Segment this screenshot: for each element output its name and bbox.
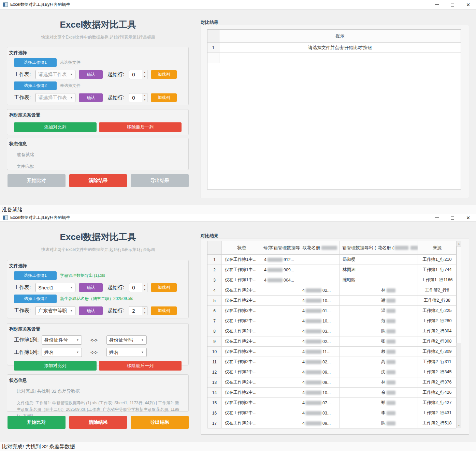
sheet2-select[interactable]: 广东省中等职 ▼ (35, 306, 75, 315)
confirm-sheet1-button[interactable]: 确认 (79, 283, 103, 292)
scroll-up-icon[interactable]: ▲ (457, 241, 461, 246)
add-compare-column-button[interactable]: 添加对比列 (14, 361, 97, 371)
chevron-down-icon: ▼ (141, 351, 144, 354)
table-row[interactable]: 14仅在工作簿2中...410...余工作簿2_行426 (207, 388, 456, 398)
load-columns1-button[interactable]: 加载列 (151, 70, 177, 79)
map-left-select-2[interactable]: 姓名 ▼ (42, 348, 82, 357)
table-row[interactable]: 1仅在工作簿1中...4912...郑淑樱工作簿1_行210 (207, 255, 456, 265)
close-button[interactable]: ✕ (460, 1, 476, 9)
select-workbook2-button[interactable]: 选择工作簿2 (14, 81, 57, 90)
table-row[interactable]: 16仅在工作簿2中...403...李工作簿2_行431 (207, 408, 456, 418)
select-workbook1-button[interactable]: 选择工作簿1 (14, 58, 57, 67)
row-number: 16 (207, 408, 222, 418)
spinner-down-icon[interactable]: ▼ (142, 98, 147, 102)
spinner-up-icon[interactable]: ▲ (142, 306, 147, 311)
table-row[interactable]: 17仅在工作簿2中...409...陈工作簿2_行518 (207, 418, 456, 429)
start-compare-button[interactable]: 开始比对 (8, 174, 66, 187)
export-results-button[interactable]: 导出结果 (131, 174, 189, 187)
table-row[interactable]: 15仅在工作簿2中...407...郑工作簿2_行427 (207, 398, 456, 408)
table-row[interactable]: 10仅在工作簿2中...411...赖工作簿2_行309 (207, 347, 456, 357)
table-row[interactable]: 5仅在工作簿2中...410...谢工作簿2_行38 (207, 296, 456, 306)
select-workbook1-button[interactable]: 选择工作簿1 (14, 271, 57, 280)
redacted-text (387, 309, 395, 313)
spinner-up-icon[interactable]: ▲ (142, 70, 147, 75)
clear-results-button[interactable]: 清除结果 (69, 416, 127, 429)
name-workbook2-cell: 陈 (378, 418, 418, 428)
start-row2-stepper[interactable]: 2 ▲ ▼ (129, 306, 147, 315)
redacted-text (395, 246, 408, 250)
hint-column-header: 提示 (219, 30, 461, 42)
id-workbook2-cell: 409... (300, 377, 340, 387)
status-cell: 仅在工作簿2中... (222, 398, 262, 408)
status-cell: 仅在工作簿2中... (222, 377, 262, 387)
spinner-up-icon[interactable]: ▲ (142, 283, 147, 288)
close-button[interactable]: ✕ (460, 214, 476, 222)
load-columns2-button[interactable]: 加载列 (151, 93, 177, 102)
maximize-button[interactable] (445, 1, 460, 9)
table-row[interactable]: 2仅在工作簿1中...4909...林雨湘工作簿1_行744 (207, 265, 456, 275)
id-workbook1-cell: 4912... (262, 255, 300, 265)
map-right-select-2[interactable]: 姓名 ▼ (106, 348, 147, 357)
row-number: 15 (207, 398, 222, 408)
titlebar[interactable]: Excel数据对比工具By狂奔的蜗牛 ✕ (0, 0, 476, 10)
group-label: 状态信息 (9, 141, 182, 147)
sheet1-select[interactable]: 请选择工作表 ▼ (35, 70, 75, 79)
status-cell: 仅在工作簿1中... (222, 265, 262, 275)
scroll-down-icon[interactable]: ▼ (457, 423, 461, 428)
source-cell: 工作簿2_行8 (418, 285, 456, 295)
sheet1-select[interactable]: Sheet1 ▼ (35, 283, 75, 292)
table-row[interactable]: 4仅在工作簿2中...402...林工作簿2_行8 (207, 285, 456, 296)
group-label: 文件选择 (9, 50, 182, 56)
spinner-down-icon[interactable]: ▼ (142, 75, 147, 79)
name-workbook1-cell (340, 357, 378, 367)
name-workbook1-cell (340, 408, 378, 418)
vertical-scrollbar[interactable]: ▲ ▼ (456, 241, 461, 428)
name-workbook2-cell: 范 (378, 316, 418, 326)
table-row[interactable]: 12仅在工作簿2中...409...沈工作簿2_行345 (207, 367, 456, 377)
start-row2-stepper[interactable]: 0 ▲ ▼ (129, 93, 147, 102)
window-title: Excel数据对比工具By狂奔的蜗牛 (10, 2, 70, 7)
table-row[interactable]: 6仅在工作簿2中...401...温工作簿2_行225 (207, 306, 456, 316)
sheet2-select[interactable]: 请选择工作表 ▼ (35, 93, 75, 102)
spinner-down-icon[interactable]: ▼ (142, 311, 147, 315)
table-row[interactable]: 13仅在工作簿2中...409...林工作簿2_行376 (207, 377, 456, 388)
spinner-up-icon[interactable]: ▲ (142, 93, 147, 98)
scrollbar-thumb[interactable] (457, 246, 461, 343)
table-row[interactable]: 8仅在工作簿2中...403...陈工作簿2_行304 (207, 326, 456, 336)
minimize-button[interactable] (429, 1, 445, 9)
remove-last-column-button[interactable]: 移除最后一列 (99, 361, 182, 371)
confirm-sheet2-button[interactable]: 确认 (79, 93, 103, 102)
table-row[interactable]: 1 请选择文件并点击'开始比对'按钮 (207, 43, 461, 53)
load-columns2-button[interactable]: 加载列 (151, 306, 177, 315)
row-number: 6 (207, 306, 222, 316)
start-row1-stepper[interactable]: 0 ▲ ▼ (129, 70, 147, 79)
select-workbook2-button[interactable]: 选择工作簿2 (14, 295, 57, 303)
map-right-select-1[interactable]: 身份证号码 ▼ (106, 335, 147, 345)
table-row[interactable]: 11仅在工作簿2中...402...高工作簿2_行311 (207, 357, 456, 367)
export-results-button[interactable]: 导出结果 (131, 416, 189, 429)
maximize-button[interactable] (445, 214, 460, 222)
name-workbook1-cell (340, 347, 378, 357)
row-number: 11 (207, 357, 222, 367)
redacted-text (268, 258, 283, 262)
status-cell: 仅在工作簿1中... (222, 255, 262, 265)
remove-last-column-button[interactable]: 移除最后一列 (99, 122, 182, 132)
table-row[interactable]: 9仅在工作簿2中...402...张工作簿2_行308 (207, 336, 456, 347)
confirm-sheet2-button[interactable]: 确认 (79, 306, 103, 315)
table-row[interactable]: 7仅在工作簿2中...410...范工作簿2_行280 (207, 316, 456, 326)
id-workbook2-cell: 402... (300, 336, 340, 346)
start-row1-stepper[interactable]: 0 ▲ ▼ (129, 283, 147, 292)
results-column-header (207, 241, 222, 254)
table-row[interactable]: 3仅在工作簿1中...4004...陈昭熙工作簿1_行1166 (207, 275, 456, 285)
clear-results-button[interactable]: 清除结果 (69, 174, 127, 187)
load-columns1-button[interactable]: 加载列 (151, 283, 177, 292)
minimize-button[interactable] (429, 214, 445, 222)
add-compare-column-button[interactable]: 添加对比列 (14, 122, 97, 132)
start-compare-button[interactable]: 开始比对 (8, 416, 66, 429)
minimize-icon (435, 217, 439, 218)
map-left-select-1[interactable]: 身份证件号 ▼ (42, 335, 82, 345)
spinner-down-icon[interactable]: ▼ (142, 288, 147, 292)
minimize-icon (435, 4, 439, 5)
titlebar[interactable]: Excel数据对比工具By狂奔的蜗牛 ✕ (0, 214, 476, 222)
confirm-sheet1-button[interactable]: 确认 (79, 70, 103, 79)
